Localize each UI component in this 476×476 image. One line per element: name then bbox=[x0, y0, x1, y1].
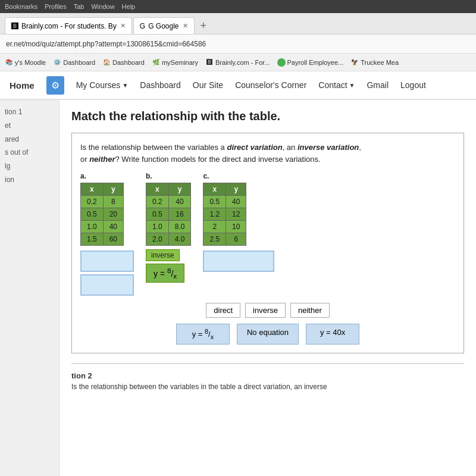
q-text-part5: ? Write function models for the direct a… bbox=[115, 155, 321, 164]
drag-formulas: y = 8/x No equation y = 40x bbox=[80, 324, 455, 345]
q-text-part4: or bbox=[80, 155, 89, 164]
site-nav: Home ⚙ My Courses ▼ Dashboard Our Site C… bbox=[0, 71, 476, 100]
question-title: Match the relationship with the table. bbox=[71, 109, 464, 123]
browser-tab-menu: Tab bbox=[74, 3, 84, 10]
address-bar[interactable]: er.net/mod/quiz/attempt.php?attempt=1300… bbox=[0, 35, 476, 54]
q-inverse-text: inverse variation bbox=[298, 143, 359, 152]
nav-logout[interactable]: Logout bbox=[400, 80, 426, 90]
table-row: 2.56 bbox=[203, 233, 246, 246]
bookmark-payroll[interactable]: Payroll Employee... bbox=[277, 58, 344, 67]
bookmark-dashboard2-label: Dashboard bbox=[112, 59, 145, 66]
dashboard1-icon: ⚙️ bbox=[53, 58, 61, 67]
drop-area-a2[interactable] bbox=[80, 274, 134, 296]
table-c: x y 0.540 1.212 210 2.56 bbox=[203, 183, 246, 246]
nav-counselors-corner[interactable]: Counselor's Corner bbox=[235, 80, 306, 90]
table-a-label: a. bbox=[80, 172, 86, 180]
nav-my-courses[interactable]: My Courses ▼ bbox=[76, 80, 129, 90]
sidebar: tion 1 et ared s out of lg ion bbox=[0, 100, 60, 476]
table-row: 0.516 bbox=[146, 208, 191, 221]
nav-dashboard[interactable]: Dashboard bbox=[140, 80, 181, 90]
table-row: 0.520 bbox=[81, 208, 124, 221]
table-row: 0.28 bbox=[81, 196, 124, 208]
main-content: tion 1 et ared s out of lg ion Match the… bbox=[0, 100, 476, 476]
quiz-area: Match the relationship with the table. I… bbox=[60, 100, 476, 476]
q-neither-text: neither bbox=[89, 155, 115, 164]
bookmark-brainly-label: Brainly.com - For... bbox=[215, 59, 270, 66]
sidebar-line-soutof: s out of bbox=[5, 148, 54, 158]
drag-formula-noequation[interactable]: No equation bbox=[237, 324, 299, 345]
table-b-section: b. x y 0.240 0.516 1.08.0 2.04.0 bbox=[146, 172, 191, 296]
seminary-icon: 🌿 bbox=[152, 58, 160, 67]
drag-formula-3[interactable]: y = 40x bbox=[306, 324, 359, 345]
url-text: er.net/mod/quiz/attempt.php?attempt=1300… bbox=[6, 40, 206, 48]
bookmark-dashboard1-label: Dashboard bbox=[63, 59, 95, 66]
table-row: 1.08.0 bbox=[146, 221, 191, 233]
sidebar-question-label: tion 1 bbox=[5, 107, 54, 117]
nav-gear-button[interactable]: ⚙ bbox=[46, 76, 64, 95]
brainly-icon: 🅱 bbox=[11, 22, 18, 30]
nav-our-site[interactable]: Our Site bbox=[193, 80, 223, 90]
nav-my-courses-label: My Courses bbox=[76, 80, 121, 90]
table-a: x y 0.28 0.520 1.040 1.560 bbox=[80, 183, 124, 246]
question-box: Is the relationship between the variable… bbox=[71, 133, 464, 353]
drag-option-direct[interactable]: direct bbox=[206, 303, 240, 318]
table-c-label: c. bbox=[203, 172, 209, 180]
tab-brainly[interactable]: 🅱 Brainly.com - For students. By ✕ bbox=[5, 17, 132, 34]
tab-close-google[interactable]: ✕ bbox=[183, 22, 188, 30]
bookmark-dashboard1[interactable]: ⚙️ Dashboard bbox=[53, 58, 95, 67]
table-row: 2.04.0 bbox=[146, 233, 191, 246]
q2-text: Is the relationship between the variable… bbox=[71, 383, 464, 391]
contact-dropdown-icon: ▼ bbox=[349, 82, 355, 89]
sidebar-line-et: et bbox=[5, 121, 54, 131]
table-row: 0.240 bbox=[146, 196, 191, 208]
q2-label: tion 2 bbox=[71, 371, 464, 380]
table-b-header-y: y bbox=[168, 183, 191, 196]
bookmark-moodle[interactable]: 📚 y's Moodle bbox=[5, 58, 46, 67]
table-c-section: c. x y 0.540 1.212 210 2.56 bbox=[203, 172, 274, 296]
bookmark-dashboard2[interactable]: 🏠 Dashboard bbox=[102, 58, 145, 67]
bookmark-myseminary[interactable]: 🌿 mySeminary bbox=[152, 58, 198, 67]
tab-google[interactable]: G G Google ✕ bbox=[133, 17, 195, 34]
drop-area-c[interactable] bbox=[203, 250, 274, 272]
nav-contact[interactable]: Contact ▼ bbox=[318, 80, 355, 90]
formula-b-box: y = 8/x bbox=[146, 264, 184, 283]
bookmark-truckee-label: Truckee Mea bbox=[361, 59, 399, 66]
sidebar-line-ared: ared bbox=[5, 134, 54, 145]
table-row: 210 bbox=[203, 221, 246, 233]
question-2-preview: tion 2 Is the relationship between the v… bbox=[71, 363, 464, 391]
truckee-icon: 🦅 bbox=[350, 58, 359, 67]
tab-google-label: G Google bbox=[148, 22, 178, 30]
drag-option-neither[interactable]: neither bbox=[290, 303, 330, 318]
table-c-header-x: x bbox=[203, 183, 226, 196]
tab-close-brainly[interactable]: ✕ bbox=[120, 22, 126, 30]
browser-menu: Bookmarks bbox=[5, 3, 37, 10]
nav-home[interactable]: Home bbox=[10, 80, 35, 90]
q-text-part1: Is the relationship between the variable… bbox=[80, 143, 227, 152]
brainly-bmark-icon: 🅱 bbox=[205, 58, 214, 67]
browser-window-menu: Window bbox=[91, 3, 114, 10]
drop-area-a[interactable] bbox=[80, 250, 134, 272]
drag-formula-1[interactable]: y = 8/x bbox=[176, 324, 230, 345]
inverse-badge: inverse bbox=[146, 249, 180, 261]
nav-contact-label: Contact bbox=[318, 80, 347, 90]
new-tab-button[interactable]: + bbox=[196, 17, 212, 34]
tab-brainly-label: Brainly.com - For students. By bbox=[21, 22, 117, 30]
table-b-header-x: x bbox=[146, 183, 169, 196]
table-row: 1.212 bbox=[203, 208, 246, 221]
table-a-header-y: y bbox=[103, 183, 123, 196]
browser-top-bar: Bookmarks Profiles Tab Window Help bbox=[0, 0, 476, 13]
formula-b-text: y = 8/x bbox=[154, 267, 177, 280]
drag-option-inverse[interactable]: inverse bbox=[245, 303, 286, 318]
table-a-header-x: x bbox=[81, 183, 104, 196]
browser-help-menu: Help bbox=[122, 3, 136, 10]
question-text: Is the relationship between the variable… bbox=[80, 142, 455, 165]
payroll-icon bbox=[277, 58, 286, 67]
sidebar-line-lg: lg bbox=[5, 161, 54, 171]
q-direct-text: direct variation bbox=[227, 143, 282, 152]
bookmark-truckee[interactable]: 🦅 Truckee Mea bbox=[350, 58, 399, 67]
bookmark-brainly[interactable]: 🅱 Brainly.com - For... bbox=[205, 58, 270, 67]
nav-gmail[interactable]: Gmail bbox=[367, 80, 389, 90]
google-icon: G bbox=[140, 22, 145, 30]
bookmark-payroll-label: Payroll Employee... bbox=[287, 59, 344, 66]
bookmark-moodle-label: y's Moodle bbox=[15, 59, 46, 66]
